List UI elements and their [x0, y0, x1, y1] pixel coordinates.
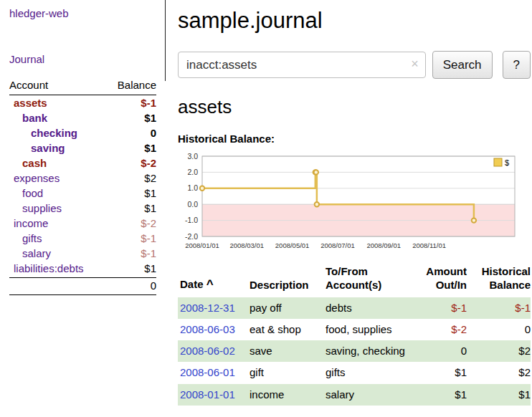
sidebar-account-link[interactable]: salary: [9, 247, 106, 259]
y-tick-label: -1.0: [185, 216, 198, 224]
x-tick-label: 2008/05/01: [275, 241, 310, 249]
y-tick-label: 1.0: [187, 183, 198, 192]
sidebar-account-link[interactable]: food: [9, 187, 106, 199]
account-balance: $1: [106, 110, 156, 125]
register-accounts: salary: [323, 384, 412, 406]
account-row: saving$1: [9, 140, 156, 155]
search-input[interactable]: [178, 52, 426, 78]
register-date-link[interactable]: 2008-06-03: [180, 323, 235, 335]
register-row: 2008-01-01incomesalary$1$1: [178, 384, 531, 406]
sidebar-account-link[interactable]: assets: [9, 97, 106, 109]
register-description: pay off: [247, 297, 323, 319]
register-description: gift: [247, 362, 323, 383]
account-balance: $-2: [106, 216, 156, 231]
y-tick-label: 2.0: [187, 168, 198, 176]
hledger-web-app: hledger-web Journal Account Balance asse…: [0, 0, 532, 417]
account-row: cash$-2: [9, 155, 156, 171]
account-balance: $1: [106, 261, 156, 278]
register-balance: $2: [467, 362, 531, 383]
sidebar-account-link[interactable]: expenses: [9, 172, 106, 184]
data-point-marker: [315, 202, 319, 206]
account-row: assets$-1: [9, 95, 156, 111]
account-balance: $-1: [106, 246, 156, 261]
register-accounts: food, supplies: [323, 319, 412, 340]
register-description: income: [247, 384, 323, 406]
accounts-header-account: Account: [9, 77, 106, 95]
legend-label: $: [505, 158, 509, 167]
register-date-link[interactable]: 2008-01-01: [180, 388, 235, 401]
register-description: eat & shop: [247, 319, 323, 340]
account-row: checking0: [9, 125, 156, 140]
account-row: salary$-1: [9, 246, 156, 261]
register-description: save: [247, 340, 323, 362]
search-row: × Search ?: [178, 51, 531, 79]
account-row: liabilities:debts$1: [9, 261, 156, 278]
chart-title: Historical Balance:: [178, 133, 531, 145]
sort-ascending-icon: ^: [206, 277, 214, 291]
account-balance: $-1: [106, 231, 156, 246]
sidebar-account-link[interactable]: gifts: [9, 232, 106, 244]
register-amount: 0: [412, 340, 467, 362]
accounts-header-balance: Balance: [106, 77, 156, 95]
sidebar-account-link[interactable]: checking: [9, 127, 106, 139]
accounts-total-row: 0: [9, 278, 156, 295]
register-date-link[interactable]: 2008-06-01: [180, 366, 235, 378]
register-date-link[interactable]: 2008-06-02: [180, 345, 235, 357]
account-heading: assets: [178, 96, 531, 118]
register-header-date[interactable]: Date ^: [178, 264, 247, 297]
register-row: 2008-06-02savesaving, checking0$2: [178, 340, 531, 362]
x-tick-label: 2008/01/01: [185, 241, 219, 249]
clear-search-icon[interactable]: ×: [411, 57, 419, 70]
account-balance: $1: [106, 140, 156, 155]
register-accounts: saving, checking: [323, 340, 412, 362]
register-header-balance: Historical Balance: [467, 264, 531, 297]
sidebar-account-link[interactable]: saving: [9, 142, 106, 154]
data-point-marker: [200, 186, 204, 191]
register-header-amount: Amount Out/In: [412, 264, 467, 297]
balance-chart: 3.02.01.00.0-1.0-2.02008/01/012008/03/01…: [178, 150, 531, 255]
nav-journal-link[interactable]: Journal: [9, 53, 159, 65]
account-balance: 0: [106, 125, 156, 140]
sidebar-account-link[interactable]: bank: [9, 112, 106, 124]
sidebar: hledger-web Journal Account Balance asse…: [0, 0, 166, 295]
sidebar-account-link[interactable]: income: [9, 217, 106, 229]
account-row: supplies$1: [9, 201, 156, 216]
register-header-description: Description: [247, 264, 323, 297]
register-balance: $2: [467, 340, 531, 362]
register-header-row: Date ^ Description To/From Account(s) Am…: [178, 264, 531, 297]
y-tick-label: 0.0: [187, 200, 198, 208]
account-row: expenses$2: [9, 171, 156, 186]
main-content: sample.journal × Search ? assets Histori…: [178, 0, 531, 406]
sidebar-account-link[interactable]: supplies: [9, 202, 106, 214]
account-row: gifts$-1: [9, 231, 156, 246]
register-balance: $-1: [467, 297, 531, 319]
sidebar-account-link[interactable]: liabilities:debts: [9, 262, 106, 274]
accounts-total-spacer: [9, 278, 106, 295]
search-button[interactable]: Search: [432, 51, 493, 79]
account-row: bank$1: [9, 110, 156, 125]
register-row: 2008-12-31pay offdebts$-1$-1: [178, 297, 531, 319]
register-date-link[interactable]: 2008-12-31: [180, 302, 235, 314]
account-row: food$1: [9, 186, 156, 201]
register-amount: $1: [412, 384, 467, 406]
help-button[interactable]: ?: [503, 51, 531, 79]
account-row: income$-2: [9, 216, 156, 231]
register-amount: $1: [412, 362, 467, 383]
page-title: sample.journal: [178, 8, 531, 34]
account-balance: $1: [106, 186, 156, 201]
x-tick-label: 2008/11/01: [412, 241, 446, 249]
account-balance: $2: [106, 171, 156, 186]
register-balance: $1: [467, 384, 531, 406]
register-balance: 0: [467, 319, 531, 340]
account-balance: $-2: [106, 155, 156, 171]
app-title[interactable]: hledger-web: [9, 7, 159, 19]
register-row: 2008-06-03eat & shopfood, supplies$-20: [178, 319, 531, 340]
legend-swatch: [494, 158, 502, 166]
register-accounts: gifts: [323, 362, 412, 383]
account-balance: $1: [106, 201, 156, 216]
register-amount: $-1: [412, 297, 467, 319]
register-row: 2008-06-01giftgifts$1$2: [178, 362, 531, 383]
sidebar-account-link[interactable]: cash: [9, 157, 106, 169]
account-balance: $-1: [106, 95, 156, 111]
search-box: ×: [178, 52, 426, 78]
